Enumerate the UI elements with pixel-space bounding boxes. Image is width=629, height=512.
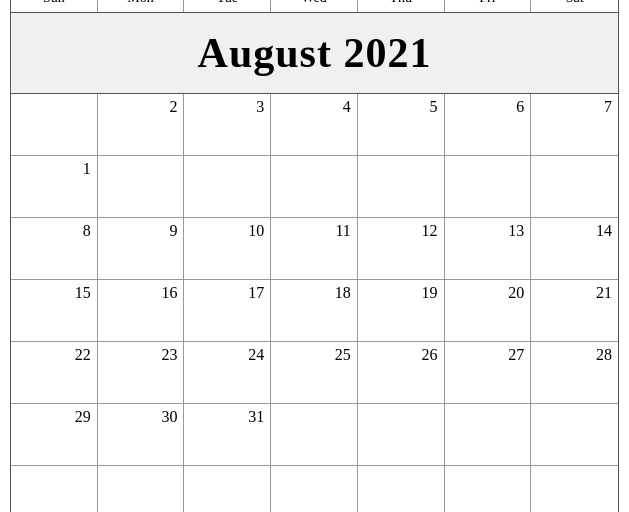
cal-cell-28[interactable]: 22 xyxy=(11,342,98,404)
calendar-grid: 2345671891011121314151617181920212223242… xyxy=(11,94,618,512)
cal-cell-14[interactable]: 8 xyxy=(11,218,98,280)
cal-cell-31[interactable]: 25 xyxy=(271,342,358,404)
header-thu: Thu xyxy=(358,0,445,12)
cal-cell-24[interactable]: 18 xyxy=(271,280,358,342)
cal-cell-48[interactable] xyxy=(531,466,618,512)
cal-cell-32[interactable]: 26 xyxy=(358,342,445,404)
cal-cell-33[interactable]: 27 xyxy=(445,342,532,404)
cal-cell-6[interactable]: 7 xyxy=(531,94,618,156)
cal-cell-40[interactable] xyxy=(445,404,532,466)
cal-cell-4[interactable]: 5 xyxy=(358,94,445,156)
cal-cell-9[interactable] xyxy=(184,156,271,218)
cal-cell-17[interactable]: 11 xyxy=(271,218,358,280)
cal-cell-22[interactable]: 16 xyxy=(98,280,185,342)
cal-cell-29[interactable]: 23 xyxy=(98,342,185,404)
cal-cell-39[interactable] xyxy=(358,404,445,466)
cal-cell-46[interactable] xyxy=(358,466,445,512)
cal-cell-42[interactable] xyxy=(11,466,98,512)
cal-cell-27[interactable]: 21 xyxy=(531,280,618,342)
cal-cell-1[interactable]: 2 xyxy=(98,94,185,156)
cal-cell-3[interactable]: 4 xyxy=(271,94,358,156)
month-title: August 2021 xyxy=(11,13,618,94)
cal-cell-7[interactable]: 1 xyxy=(11,156,98,218)
cal-cell-16[interactable]: 10 xyxy=(184,218,271,280)
cal-cell-25[interactable]: 19 xyxy=(358,280,445,342)
header-fri: Fri xyxy=(445,0,532,12)
cal-cell-23[interactable]: 17 xyxy=(184,280,271,342)
header-wed: Wed xyxy=(271,0,358,12)
cal-cell-2[interactable]: 3 xyxy=(184,94,271,156)
header-sat: Sat xyxy=(531,0,618,12)
cal-cell-13[interactable] xyxy=(531,156,618,218)
cal-cell-26[interactable]: 20 xyxy=(445,280,532,342)
day-headers: Sun Mon Tue Wed Thu Fri Sat xyxy=(11,0,618,13)
calendar: Sun Mon Tue Wed Thu Fri Sat August 2021 … xyxy=(10,0,619,512)
cal-cell-37[interactable]: 31 xyxy=(184,404,271,466)
header-mon: Mon xyxy=(98,0,185,12)
cal-cell-11[interactable] xyxy=(358,156,445,218)
cal-cell-30[interactable]: 24 xyxy=(184,342,271,404)
header-tue: Tue xyxy=(184,0,271,12)
cal-cell-38[interactable] xyxy=(271,404,358,466)
cal-cell-15[interactable]: 9 xyxy=(98,218,185,280)
cal-cell-0[interactable] xyxy=(11,94,98,156)
cal-cell-41[interactable] xyxy=(531,404,618,466)
cal-cell-20[interactable]: 14 xyxy=(531,218,618,280)
cal-cell-47[interactable] xyxy=(445,466,532,512)
cal-cell-36[interactable]: 30 xyxy=(98,404,185,466)
cal-cell-45[interactable] xyxy=(271,466,358,512)
cal-cell-10[interactable] xyxy=(271,156,358,218)
cal-cell-8[interactable] xyxy=(98,156,185,218)
cal-cell-21[interactable]: 15 xyxy=(11,280,98,342)
cal-cell-19[interactable]: 13 xyxy=(445,218,532,280)
cal-cell-5[interactable]: 6 xyxy=(445,94,532,156)
cal-cell-18[interactable]: 12 xyxy=(358,218,445,280)
cal-cell-34[interactable]: 28 xyxy=(531,342,618,404)
cal-cell-35[interactable]: 29 xyxy=(11,404,98,466)
cal-cell-43[interactable] xyxy=(98,466,185,512)
header-sun: Sun xyxy=(11,0,98,12)
cal-cell-44[interactable] xyxy=(184,466,271,512)
cal-cell-12[interactable] xyxy=(445,156,532,218)
